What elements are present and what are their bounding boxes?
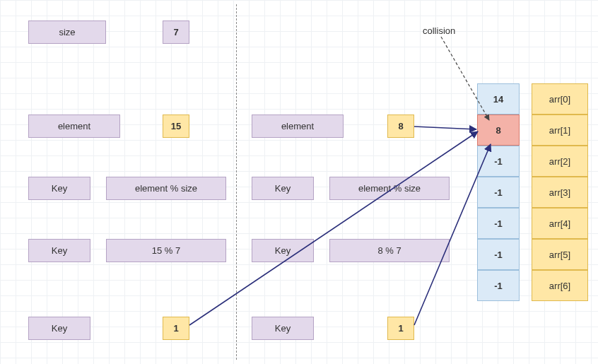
right-key2-label: Key: [252, 239, 314, 262]
collision-label: collision: [423, 25, 455, 36]
left-key1-formula: element % size: [106, 177, 226, 200]
right-key3-value: 1: [387, 317, 414, 340]
arr-label-1: arr[1]: [532, 115, 588, 146]
arr-cell-5: -1: [477, 239, 520, 270]
arr-cell-3: -1: [477, 177, 520, 208]
left-key1-label: Key: [28, 177, 90, 200]
arr-label-2: arr[2]: [532, 146, 588, 177]
right-key1-label: Key: [252, 177, 314, 200]
right-key3-label: Key: [252, 317, 314, 340]
arr-cell-4: -1: [477, 208, 520, 239]
arr-cell-2: -1: [477, 146, 520, 177]
vertical-divider: [236, 4, 237, 360]
right-element-arrow: [414, 127, 476, 129]
size-value-box: 7: [163, 20, 189, 44]
left-key3-label: Key: [28, 317, 90, 340]
left-key2-label: Key: [28, 239, 90, 262]
right-element-label: element: [252, 115, 344, 138]
arr-cell-6: -1: [477, 270, 520, 301]
arr-label-0: arr[0]: [532, 83, 588, 115]
right-element-value: 8: [387, 115, 414, 138]
arr-label-4: arr[4]: [532, 208, 588, 239]
arr-label-6: arr[6]: [532, 270, 588, 301]
arr-cell-1: 8: [477, 115, 520, 146]
arr-label-5: arr[5]: [532, 239, 588, 270]
right-key1-formula: element % size: [329, 177, 450, 200]
left-element-value: 15: [163, 115, 189, 138]
arr-cell-0: 14: [477, 83, 520, 115]
size-label-box: size: [28, 20, 106, 44]
left-element-label: element: [28, 115, 120, 138]
left-key2-formula: 15 % 7: [106, 239, 226, 262]
right-key2-formula: 8 % 7: [329, 239, 450, 262]
left-key-arrow: [189, 131, 478, 325]
arr-label-3: arr[3]: [532, 177, 588, 208]
left-key3-value: 1: [163, 317, 189, 340]
